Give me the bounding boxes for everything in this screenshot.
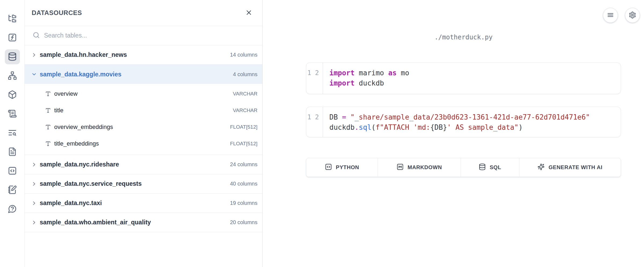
add-button-label: MARKDOWN xyxy=(407,164,442,170)
search-input[interactable] xyxy=(44,32,255,39)
datasources-header: DATASOURCES xyxy=(25,0,262,26)
add-button-label: SQL xyxy=(490,164,501,170)
table-row[interactable]: sample_data.nyc.taxi19 columns xyxy=(25,194,262,213)
sidebar-item-scratchpad[interactable] xyxy=(5,183,20,198)
marimo-app: DATASOURCES sample_data.hn.hacker_news14… xyxy=(0,0,644,267)
file-text-icon xyxy=(8,147,17,157)
cell-imports[interactable]: 1 2import marimo as mo import duckdb xyxy=(306,62,621,94)
column-name: overview xyxy=(54,90,233,97)
columns-group: overviewVARCHARtitleVARCHARoverview_embe… xyxy=(25,84,262,155)
menu-icon xyxy=(607,11,614,20)
chevron-right-icon xyxy=(31,52,37,58)
column-type: FLOAT[512] xyxy=(230,124,257,130)
network-icon xyxy=(8,71,17,81)
column-name: title xyxy=(54,107,233,114)
sidebar-item-file-explorer[interactable] xyxy=(5,11,20,26)
add-button-label: PYTHON xyxy=(336,164,359,170)
chevron-right-icon xyxy=(31,162,37,168)
search-icon xyxy=(33,32,40,40)
chevron-right-icon xyxy=(31,181,37,187)
function-square-icon xyxy=(8,33,17,43)
sidebar-item-documentation[interactable] xyxy=(5,144,20,160)
table-name: sample_data.kaggle.movies xyxy=(40,71,233,78)
chevron-down-icon xyxy=(31,71,37,77)
code-square-icon xyxy=(8,166,17,176)
column-type: VARCHAR xyxy=(233,91,258,97)
code-editor[interactable]: import marimo as mo import duckdb xyxy=(323,63,621,94)
add-button-label: GENERATE WITH AI xyxy=(548,164,602,170)
notebook-pen-icon xyxy=(8,185,17,195)
chevron-right-icon xyxy=(31,200,37,206)
add-markdown-button[interactable]: MARKDOWN xyxy=(378,158,461,177)
table-name: sample_data.nyc.rideshare xyxy=(40,161,230,168)
sidebar-item-variables[interactable] xyxy=(5,30,20,45)
column-type: VARCHAR xyxy=(233,107,258,113)
table-columns-count: 19 columns xyxy=(230,200,257,206)
generate-ai-button[interactable]: GENERATE WITH AI xyxy=(519,158,621,177)
notebook-filename: ./motherduck.py xyxy=(306,34,621,41)
sidebar-item-logs[interactable] xyxy=(5,106,20,121)
gear-icon xyxy=(629,11,636,20)
menu-button[interactable] xyxy=(603,8,618,23)
close-panel-button[interactable] xyxy=(242,6,255,19)
table-columns-count: 40 columns xyxy=(230,181,257,187)
table-name: sample_data.hn.hacker_news xyxy=(40,51,230,58)
column-type: FLOAT[512] xyxy=(230,141,257,147)
column-name: overview_embeddings xyxy=(54,124,230,131)
table-search-row xyxy=(25,26,262,45)
table-columns-count: 14 columns xyxy=(230,52,257,58)
table-row[interactable]: sample_data.nyc.rideshare24 columns xyxy=(25,155,262,174)
table-columns-count: 20 columns xyxy=(230,219,257,225)
add-python-button[interactable]: PYTHON xyxy=(306,158,378,177)
activity-bar xyxy=(0,0,25,267)
markdown-square-icon xyxy=(396,163,404,172)
sidebar-item-dependencies[interactable] xyxy=(5,68,20,83)
close-icon xyxy=(245,9,253,17)
database-icon xyxy=(8,52,17,62)
sidebar-item-tracebacks[interactable] xyxy=(5,125,20,140)
type-icon xyxy=(45,141,51,147)
table-name: sample_data.who.ambient_air_quality xyxy=(40,219,230,226)
message-question-icon xyxy=(8,204,17,214)
column-row[interactable]: overview_embeddingsFLOAT[512] xyxy=(25,119,262,135)
table-columns-count: 24 columns xyxy=(230,161,257,168)
sidebar-item-datasources[interactable] xyxy=(5,49,20,64)
code-editor[interactable]: DB = "_share/sample_data/23b0d623-1361-4… xyxy=(323,107,621,137)
chevron-right-icon xyxy=(31,220,37,225)
table-name: sample_data.nyc.taxi xyxy=(40,199,230,207)
folder-tree-icon xyxy=(8,14,17,24)
datasources-panel: DATASOURCES sample_data.hn.hacker_news14… xyxy=(25,0,263,267)
sidebar-item-snippets[interactable] xyxy=(5,164,20,179)
type-icon xyxy=(45,91,51,97)
scroll-text-icon xyxy=(8,109,17,119)
column-row[interactable]: titleVARCHAR xyxy=(25,102,262,119)
column-name: title_embeddings xyxy=(54,140,230,147)
panel-title: DATASOURCES xyxy=(32,9,82,17)
table-row[interactable]: sample_data.kaggle.movies4 columns xyxy=(25,65,262,84)
sidebar-item-help[interactable] xyxy=(5,202,20,217)
box-icon xyxy=(8,90,17,100)
table-name: sample_data.nyc.service_requests xyxy=(40,180,230,187)
line-numbers: 1 2 xyxy=(306,63,323,94)
type-icon xyxy=(45,107,51,113)
tables-list: sample_data.hn.hacker_news14 columnssamp… xyxy=(25,45,262,232)
column-row[interactable]: overviewVARCHAR xyxy=(25,86,262,102)
database-icon xyxy=(479,163,486,172)
column-row[interactable]: title_embeddingsFLOAT[512] xyxy=(25,135,262,152)
add-cell-toolbar: PYTHONMARKDOWNSQLGENERATE WITH AI xyxy=(306,158,621,177)
table-columns-count: 4 columns xyxy=(233,71,257,77)
sidebar-item-packages[interactable] xyxy=(5,87,20,102)
top-actions xyxy=(603,8,640,23)
text-search-icon xyxy=(8,128,17,138)
notebook-area: ./motherduck.py 1 2import marimo as mo i… xyxy=(263,0,644,267)
code-square-icon xyxy=(325,163,332,172)
add-sql-button[interactable]: SQL xyxy=(461,158,519,177)
cell-attach[interactable]: 1 2DB = "_share/sample_data/23b0d623-136… xyxy=(306,107,621,137)
table-row[interactable]: sample_data.nyc.service_requests40 colum… xyxy=(25,174,262,194)
table-row[interactable]: sample_data.who.ambient_air_quality20 co… xyxy=(25,213,262,232)
settings-button[interactable] xyxy=(625,8,640,23)
sparkles-icon xyxy=(537,163,545,172)
table-row[interactable]: sample_data.hn.hacker_news14 columns xyxy=(25,45,262,65)
type-icon xyxy=(45,124,51,130)
line-numbers: 1 2 xyxy=(306,107,323,137)
